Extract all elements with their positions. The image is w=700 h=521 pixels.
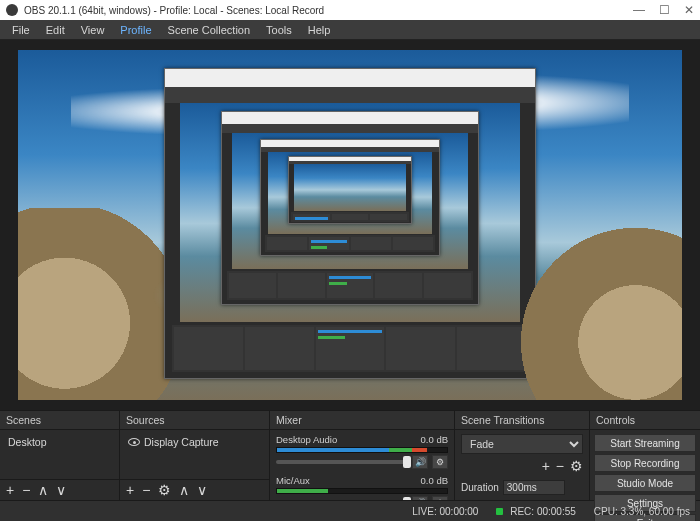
volume-slider[interactable]: [276, 460, 408, 464]
status-rec: REC: 00:00:55: [496, 506, 575, 517]
mixer-body: Desktop Audio 0.0 dB 🔊 ⚙ Mic/Aux 0.0 dB: [270, 430, 454, 500]
transitions-body: Fade + − ⚙ Duration: [455, 430, 589, 500]
status-live: LIVE: 00:00:00: [412, 506, 478, 517]
scene-item[interactable]: Desktop: [6, 434, 113, 450]
dock-controls: Controls Start Streaming Stop Recording …: [590, 411, 700, 500]
dock-controls-header: Controls: [590, 411, 700, 430]
source-up-button[interactable]: ∧: [179, 483, 189, 497]
stop-recording-button[interactable]: Stop Recording: [594, 454, 696, 472]
menubar: File Edit View Profile Scene Collection …: [0, 20, 700, 40]
transition-remove-button[interactable]: −: [556, 458, 564, 474]
docks: Scenes Desktop + − ∧ ∨ Sources Display C…: [0, 410, 700, 500]
transition-add-button[interactable]: +: [542, 458, 550, 474]
mixer-channel-name: Desktop Audio: [276, 434, 337, 445]
channel-settings-button[interactable]: ⚙: [432, 496, 448, 500]
window-buttons: — ☐ ✕: [633, 3, 694, 17]
mixer-channel-level: 0.0 dB: [421, 434, 448, 445]
channel-settings-button[interactable]: ⚙: [432, 455, 448, 469]
minimize-button[interactable]: —: [633, 3, 645, 17]
nested-window-2: [221, 111, 480, 304]
mute-button[interactable]: 🔊: [412, 455, 428, 469]
scene-add-button[interactable]: +: [6, 483, 14, 497]
dock-scenes-header: Scenes: [0, 411, 119, 430]
dock-transitions-header: Scene Transitions: [455, 411, 589, 430]
nested-window-1: [164, 68, 536, 380]
preview-area: [0, 40, 700, 410]
mixer-meter: [276, 488, 448, 494]
menu-help[interactable]: Help: [300, 20, 339, 40]
close-button[interactable]: ✕: [684, 3, 694, 17]
mixer-meter: [276, 447, 448, 453]
source-item-label: Display Capture: [144, 436, 219, 448]
menu-file[interactable]: File: [4, 20, 38, 40]
sources-toolbar: + − ⚙ ∧ ∨: [120, 479, 269, 500]
transition-duration-input[interactable]: [503, 480, 565, 495]
dock-transitions: Scene Transitions Fade + − ⚙ Duration: [455, 411, 590, 500]
status-cpu: CPU: 3.3%, 60.00 fps: [594, 506, 690, 517]
scene-down-button[interactable]: ∨: [56, 483, 66, 497]
scene-up-button[interactable]: ∧: [38, 483, 48, 497]
studio-mode-button[interactable]: Studio Mode: [594, 474, 696, 492]
app-icon: [6, 4, 18, 16]
window-title: OBS 20.1.1 (64bit, windows) - Profile: L…: [24, 5, 633, 16]
transition-duration-label: Duration: [461, 482, 499, 493]
nested-window-4: [288, 156, 412, 225]
mute-button[interactable]: 🔊: [412, 496, 428, 500]
maximize-button[interactable]: ☐: [659, 3, 670, 17]
dock-scenes: Scenes Desktop + − ∧ ∨: [0, 411, 120, 500]
mixer-channel-level: 0.0 dB: [421, 475, 448, 486]
mixer-channel-name: Mic/Aux: [276, 475, 310, 486]
menu-tools[interactable]: Tools: [258, 20, 300, 40]
source-properties-button[interactable]: ⚙: [158, 483, 171, 497]
menu-profile[interactable]: Profile: [112, 20, 159, 40]
scene-remove-button[interactable]: −: [22, 483, 30, 497]
window-titlebar: OBS 20.1.1 (64bit, windows) - Profile: L…: [0, 0, 700, 20]
mixer-channel-desktop: Desktop Audio 0.0 dB 🔊 ⚙: [276, 434, 448, 469]
start-streaming-button[interactable]: Start Streaming: [594, 434, 696, 452]
menu-view[interactable]: View: [73, 20, 113, 40]
transition-select[interactable]: Fade: [461, 434, 583, 454]
dock-mixer-header: Mixer: [270, 411, 454, 430]
menu-edit[interactable]: Edit: [38, 20, 73, 40]
nested-window-3: [260, 139, 439, 256]
source-add-button[interactable]: +: [126, 483, 134, 497]
source-down-button[interactable]: ∨: [197, 483, 207, 497]
scenes-toolbar: + − ∧ ∨: [0, 479, 119, 500]
preview-canvas[interactable]: [18, 50, 682, 400]
dock-sources: Sources Display Capture + − ⚙ ∧ ∨: [120, 411, 270, 500]
visibility-icon[interactable]: [128, 438, 140, 446]
dock-sources-header: Sources: [120, 411, 269, 430]
mixer-channel-mic: Mic/Aux 0.0 dB 🔊 ⚙: [276, 475, 448, 500]
recording-indicator-icon: [496, 508, 503, 515]
source-remove-button[interactable]: −: [142, 483, 150, 497]
dock-mixer: Mixer Desktop Audio 0.0 dB 🔊 ⚙ Mic/Aux 0…: [270, 411, 455, 500]
scenes-list[interactable]: Desktop: [0, 430, 119, 479]
source-item[interactable]: Display Capture: [126, 434, 263, 450]
menu-scene-collection[interactable]: Scene Collection: [160, 20, 259, 40]
sources-list[interactable]: Display Capture: [120, 430, 269, 479]
transition-settings-button[interactable]: ⚙: [570, 458, 583, 474]
